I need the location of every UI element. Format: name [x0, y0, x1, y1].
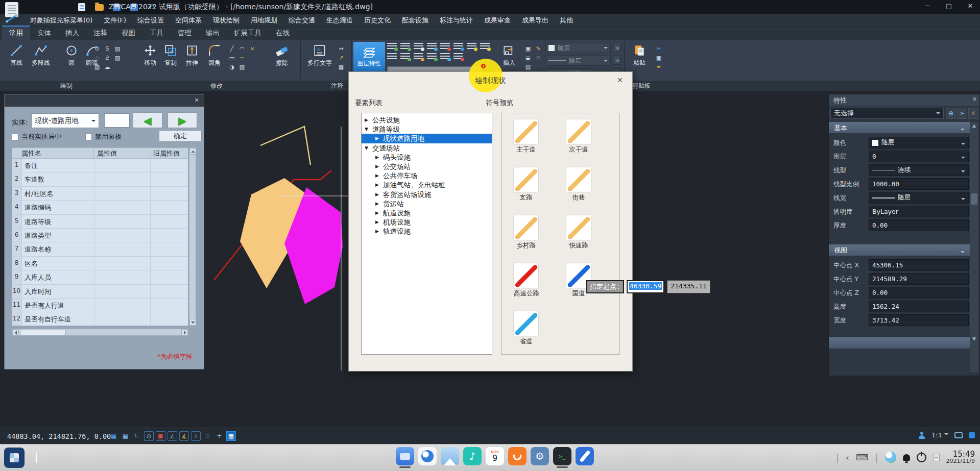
properties-close-icon[interactable]: ✕ [972, 96, 977, 103]
tooltip-x-input[interactable]: 46330.59 [627, 280, 665, 293]
tab-express[interactable]: 扩展工具 [227, 27, 269, 40]
symbol-item[interactable]: 高速公路 [514, 263, 538, 298]
tree-item[interactable]: ▶机场设施 [362, 217, 492, 227]
close-button[interactable]: ✕ [965, 1, 976, 11]
symbol-tile[interactable] [514, 215, 538, 240]
attribute-row[interactable]: 7道路名称 [12, 242, 188, 256]
tab-insert[interactable]: 插入 [58, 27, 86, 40]
section-header[interactable]: 视图 [829, 244, 970, 256]
copyclip-icon[interactable]: ▣ [655, 54, 663, 62]
properties-scroll-thumb[interactable] [971, 193, 977, 205]
tree-arrow-icon[interactable]: ▶ [375, 164, 379, 169]
attribute-row[interactable]: 3村/社区名 [12, 187, 188, 201]
symbol-tile[interactable] [566, 119, 591, 144]
menu-facilities[interactable]: 配套设施 [396, 14, 434, 27]
minimize-button[interactable]: ─ [922, 1, 933, 11]
edit-block-icon[interactable]: ✎ [534, 45, 542, 53]
shade-icon[interactable]: ◑ [228, 63, 236, 71]
open-file-icon[interactable] [94, 3, 104, 12]
tree-arrow-icon[interactable]: ▶ [375, 136, 379, 141]
symbol-item[interactable]: 支路 [514, 167, 538, 202]
transparency-toggle-icon[interactable]: ≡ [203, 431, 212, 441]
arc-edit-icon[interactable]: ◠ [238, 45, 246, 53]
menu-settings[interactable]: 综合设置 [132, 14, 170, 27]
menu-review[interactable]: 成果审查 [479, 14, 516, 27]
dimension-icon[interactable]: ↔ [337, 45, 345, 53]
menu-annotation-stats[interactable]: 标注与统计 [434, 14, 479, 27]
attribute-row[interactable]: 1备注 [12, 159, 188, 172]
layer-thaw-icon[interactable] [400, 43, 410, 50]
symbol-tile[interactable] [514, 167, 538, 192]
matchprop-icon[interactable]: ✒ [655, 63, 663, 71]
tree-arrow-icon[interactable]: ▼ [365, 127, 368, 132]
list-icon[interactable]: ≡ [534, 54, 542, 62]
tree-item[interactable]: ▶码头设施 [362, 153, 492, 162]
dyn-input-icon[interactable]: ▣ [156, 431, 165, 441]
property-value[interactable]: 随层 [869, 137, 969, 148]
color-dropdown[interactable]: 随层 [545, 43, 611, 53]
tree-item[interactable]: ▶货运站 [362, 199, 492, 208]
attribute-row[interactable]: 6道路类型 [12, 229, 188, 242]
gradient-icon[interactable]: ▨ [113, 54, 122, 62]
tree-item[interactable]: ▼道路等级 [362, 125, 492, 134]
fillet-button[interactable]: 圆角 [200, 42, 229, 79]
clock[interactable]: 15:49 2021/11/9 [946, 450, 975, 465]
layer-plain-icon[interactable] [387, 53, 397, 60]
center-entity-checkbox-box[interactable] [12, 134, 18, 140]
layer-isolate-icon[interactable] [467, 43, 476, 50]
break-icon[interactable]: × [248, 45, 256, 53]
prev-entity-button[interactable]: ◀ [133, 112, 162, 128]
menu-osnap[interactable]: 对象捕捉光标菜单(0) [25, 14, 98, 27]
terminal-icon[interactable]: >_ [553, 447, 571, 465]
toggle-pickadd-icon[interactable]: ⚡ [968, 108, 978, 119]
property-value[interactable]: 1562.24 [869, 301, 969, 312]
layer-merge-icon[interactable] [440, 53, 450, 60]
sheet-icon[interactable]: ▤ [524, 63, 532, 71]
confirm-button[interactable]: 确定 [159, 130, 202, 142]
layer-prev-icon[interactable] [427, 53, 437, 60]
tab-tools[interactable]: 工具 [142, 27, 171, 40]
symbol-item[interactable]: 街巷 [566, 167, 591, 202]
layer-on-icon[interactable] [387, 43, 397, 50]
menu-history[interactable]: 历史文化 [358, 14, 396, 27]
next-entity-button[interactable]: ▶ [168, 112, 197, 128]
attribute-row[interactable]: 11是否有人行道 [12, 299, 188, 312]
symbol-item[interactable]: 快速路 [566, 215, 591, 250]
attribute-row[interactable]: 9入库人员 [12, 270, 188, 284]
attribute-row[interactable]: 8区名 [12, 257, 188, 270]
photos-icon[interactable] [441, 447, 459, 465]
display-icon[interactable] [954, 432, 963, 438]
palette-close-icon[interactable]: ✕ [193, 96, 201, 105]
property-value[interactable]: 3713.42 [869, 314, 969, 326]
selection-dropdown[interactable]: 无选择 [830, 108, 944, 119]
tree-item[interactable]: ▶公共设施 [362, 115, 492, 125]
attribute-row[interactable]: 2车道数 [12, 172, 188, 186]
trash-icon[interactable] [933, 454, 940, 461]
palette-title-bar[interactable]: ✕ [5, 95, 204, 107]
tree-arrow-icon[interactable]: ▶ [375, 182, 379, 187]
attribute-row[interactable]: 12是否有自行车道 [12, 312, 188, 326]
rectangle-edit-icon[interactable]: ▭ [228, 54, 236, 62]
property-value[interactable]: 随层 [869, 192, 969, 204]
tab-home[interactable]: 常用 [2, 26, 30, 40]
tree-item[interactable]: ▶公共停车场 [362, 171, 492, 180]
otrack-icon[interactable]: ∡ [179, 431, 189, 441]
layer-freeze-icon[interactable] [427, 43, 437, 50]
symbol-item[interactable]: 乡村路 [514, 215, 538, 250]
hatch2-icon[interactable]: ▨ [93, 63, 101, 71]
cut-icon[interactable]: ✂ [655, 45, 663, 53]
maximize-button[interactable]: ▢ [943, 1, 954, 11]
layer-unisolate-icon[interactable] [480, 43, 490, 50]
dialog-close-icon[interactable]: ✕ [617, 76, 623, 84]
center-circle-icon[interactable]: ⊙ [93, 45, 101, 53]
annotation-scale[interactable]: 1:1 [931, 431, 948, 439]
revcloud-icon[interactable]: ☁ [103, 63, 111, 71]
tree-item[interactable]: ▶轨道设施 [362, 227, 492, 236]
polar-tracking-icon[interactable]: ∠ [168, 431, 177, 441]
hatch-edit-icon[interactable]: ▨ [238, 63, 246, 71]
layer-unlock-icon[interactable] [453, 43, 463, 50]
entity-type-dropdown[interactable]: 现状-道路用地 [31, 113, 99, 128]
menu-export[interactable]: 成果导出 [516, 14, 554, 27]
tree-arrow-icon[interactable]: ▶ [375, 219, 379, 225]
music-icon[interactable]: ♪ [463, 447, 482, 465]
